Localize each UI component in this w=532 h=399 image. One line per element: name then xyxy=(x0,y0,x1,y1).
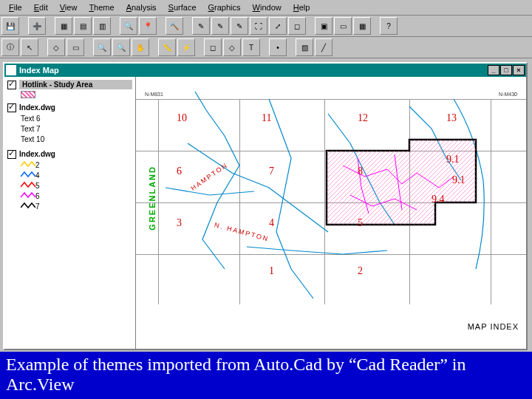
theme-name: Index.dwg xyxy=(19,149,132,159)
draw-point-icon[interactable]: • xyxy=(269,38,287,56)
legend-label: Text 7 xyxy=(21,124,41,134)
legend-editor-icon[interactable]: ▤ xyxy=(74,17,92,35)
help-icon[interactable]: ? xyxy=(380,17,398,35)
legend-label: 5 xyxy=(35,181,40,191)
label-icon[interactable]: ◻ xyxy=(204,38,222,56)
theme-checkbox[interactable] xyxy=(7,81,16,89)
add-theme-icon[interactable]: ➕ xyxy=(28,17,46,35)
grid-cell-number: 11 xyxy=(262,112,271,124)
theme-name: Index.dwg xyxy=(19,103,132,112)
layout-icon[interactable]: ▭ xyxy=(334,17,352,35)
menu-graphics[interactable]: Graphics xyxy=(202,1,247,13)
save-icon[interactable]: 💾 xyxy=(1,17,19,35)
close-button[interactable]: × xyxy=(513,65,525,75)
zig-swatch xyxy=(21,171,35,181)
greenland-label: GREENLAND xyxy=(148,166,157,231)
menu-window[interactable]: Window xyxy=(247,1,287,13)
identify-icon[interactable]: ⓘ xyxy=(1,38,19,56)
tool-icon[interactable]: ✎ xyxy=(211,17,229,35)
grid-cell-number: 12 xyxy=(358,112,368,124)
table-icon[interactable]: ▥ xyxy=(93,17,111,35)
window-icon: 🗺 xyxy=(6,65,16,75)
grid-cell-number: 9.1 xyxy=(446,154,460,166)
select-icon[interactable]: ▣ xyxy=(315,17,332,35)
table-of-contents: Hotlink - Study Area Index.dwg Text 6 Te… xyxy=(4,77,136,349)
vertex-edit-icon[interactable]: ◇ xyxy=(47,38,65,56)
zig-swatch xyxy=(21,191,35,202)
grid-cell-number: 7 xyxy=(269,166,274,177)
minimize-button[interactable]: _ xyxy=(488,65,499,75)
theme-props-icon[interactable]: ▦ xyxy=(55,17,72,35)
legend-label: Text 10 xyxy=(21,134,44,145)
hatch-swatch xyxy=(21,91,35,98)
grid-cell-number: 1 xyxy=(269,265,274,277)
slide-caption: Example of themes imported from Auto.Cad… xyxy=(0,352,532,399)
maximize-button[interactable]: □ xyxy=(500,65,512,75)
tool-icon[interactable]: ✎ xyxy=(231,17,248,35)
theme-index-lines[interactable]: Index.dwg 2 4 5 6 7 xyxy=(7,149,132,212)
legend-label: 7 xyxy=(35,202,40,212)
menu-surface[interactable]: Surface xyxy=(163,1,202,13)
pan-icon[interactable]: ✋ xyxy=(132,38,149,56)
zig-swatch xyxy=(21,202,35,212)
menu-file[interactable]: File xyxy=(3,1,28,13)
line-icon[interactable]: ╱ xyxy=(315,38,332,56)
zoom-in-icon[interactable]: 🔍 xyxy=(93,38,111,56)
grid-cell-number: 5 xyxy=(358,217,363,229)
theme-checkbox[interactable] xyxy=(7,103,16,112)
toolbar-row-1: 💾 ➕ ▦ ▤ ▥ 🔍 📍 🔨 ✎ ✎ ✎ ⛶ ⤢ ◻ ▣ ▭ ▦ ? xyxy=(0,16,532,37)
menu-view[interactable]: View xyxy=(54,1,83,13)
zoom-out-icon[interactable]: 🔍 xyxy=(112,38,130,56)
hotlink-icon[interactable]: ⚡ xyxy=(177,38,195,56)
legend-label: Text 6 xyxy=(21,114,41,124)
zoom-selected-icon[interactable]: ◻ xyxy=(288,17,306,35)
toolbar-row-2: ⓘ ↖ ◇ ▭ 🔍 🔍 ✋ 📏 ⚡ ◻ ◇ T • ▨ ╱ xyxy=(0,37,532,58)
menu-theme[interactable]: Theme xyxy=(83,1,120,13)
grid-cell-number: 8 xyxy=(358,166,363,177)
legend-label: 2 xyxy=(35,160,40,171)
menu-edit[interactable]: Edit xyxy=(28,1,54,13)
map-view[interactable]: GREENLAND HAMPTON N. HAMPTON MAP INDEX 1… xyxy=(136,77,526,349)
menu-bar: File Edit View Theme Analysis Surface Gr… xyxy=(0,0,532,16)
find-icon[interactable]: 🔍 xyxy=(120,17,137,35)
grid-cell-number: 4 xyxy=(269,217,274,229)
roads-layer xyxy=(136,77,520,349)
zoom-full-icon[interactable]: ⛶ xyxy=(250,17,267,35)
map-index-label: MAP INDEX xyxy=(468,322,519,331)
theme-hotlink[interactable]: Hotlink - Study Area xyxy=(7,80,132,98)
grid-cell-number: 2 xyxy=(358,265,363,277)
window-title: Index Map xyxy=(19,66,59,75)
select-feature-icon[interactable]: ▭ xyxy=(66,38,84,56)
legend-label: 6 xyxy=(35,191,40,202)
query-builder-icon[interactable]: 🔨 xyxy=(166,17,183,35)
measure-icon[interactable]: 📏 xyxy=(158,38,176,56)
grid-cell-number: 10 xyxy=(177,112,187,124)
sheet-id: N-M831 xyxy=(145,92,163,97)
menu-help[interactable]: Help xyxy=(287,1,316,13)
legend-label: 4 xyxy=(35,171,40,181)
zig-swatch xyxy=(21,160,35,171)
grid-cell-number: 3 xyxy=(177,217,182,229)
zoom-extent-icon[interactable]: ⤢ xyxy=(269,17,287,35)
sheet-id: N-M430 xyxy=(499,92,517,97)
grid-cell-number: 13 xyxy=(446,112,457,124)
tool-icon[interactable]: ✎ xyxy=(192,17,210,35)
view-window: 🗺 Index Map _ □ × Hotlink - Study Area I… xyxy=(3,62,528,350)
text-icon[interactable]: ◇ xyxy=(223,38,241,56)
chart-icon[interactable]: ▦ xyxy=(353,17,371,35)
text-tool-icon[interactable]: T xyxy=(242,38,260,56)
theme-checkbox[interactable] xyxy=(7,150,16,159)
grid-cell-number: 9.1 xyxy=(452,174,466,186)
grid-cell-number: 6 xyxy=(177,166,182,177)
theme-index-text[interactable]: Index.dwg Text 6 Text 7 Text 10 xyxy=(7,103,132,145)
grid-cell-number: 9.4 xyxy=(432,194,445,205)
locate-icon[interactable]: 📍 xyxy=(139,17,157,35)
pointer-icon[interactable]: ↖ xyxy=(21,38,38,56)
titlebar: 🗺 Index Map _ □ × xyxy=(4,64,526,77)
theme-name: Hotlink - Study Area xyxy=(19,80,132,89)
area-icon[interactable]: ▨ xyxy=(296,38,313,56)
menu-analysis[interactable]: Analysis xyxy=(120,1,163,13)
zig-swatch xyxy=(21,181,35,191)
